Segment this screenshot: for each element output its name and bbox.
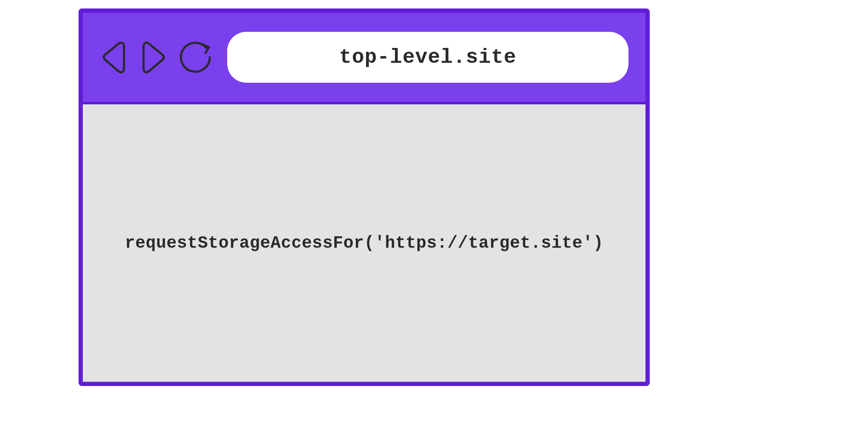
back-icon[interactable] [100, 38, 130, 76]
address-text: top-level.site [339, 46, 516, 69]
browser-content: requestStorageAccessFor('https://target.… [83, 102, 645, 382]
browser-window: top-level.site requestStorageAccessFor('… [79, 8, 650, 386]
address-bar[interactable]: top-level.site [227, 32, 628, 83]
browser-chrome: top-level.site [83, 13, 645, 102]
reload-icon[interactable] [176, 38, 214, 76]
nav-controls [100, 38, 214, 76]
page-code-text: requestStorageAccessFor('https://target.… [125, 234, 603, 253]
forward-icon[interactable] [138, 38, 168, 76]
